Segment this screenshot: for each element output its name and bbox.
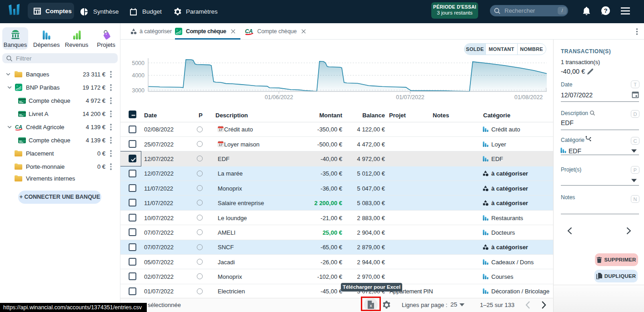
svg-text:17: 17 [219,128,223,131]
svg-text:01/07/2022: 01/07/2022 [396,94,424,101]
svg-text:5000: 5000 [132,60,145,66]
svg-text:4000: 4000 [132,72,145,79]
svg-text:01/06/2022: 01/06/2022 [265,94,293,101]
svg-text:17: 17 [219,143,223,146]
svg-text:CA: CA [15,124,22,130]
svg-text:01/08/2022: 01/08/2022 [514,94,543,101]
svg-text:3000: 3000 [132,87,145,94]
svg-text:?: ? [604,7,608,14]
